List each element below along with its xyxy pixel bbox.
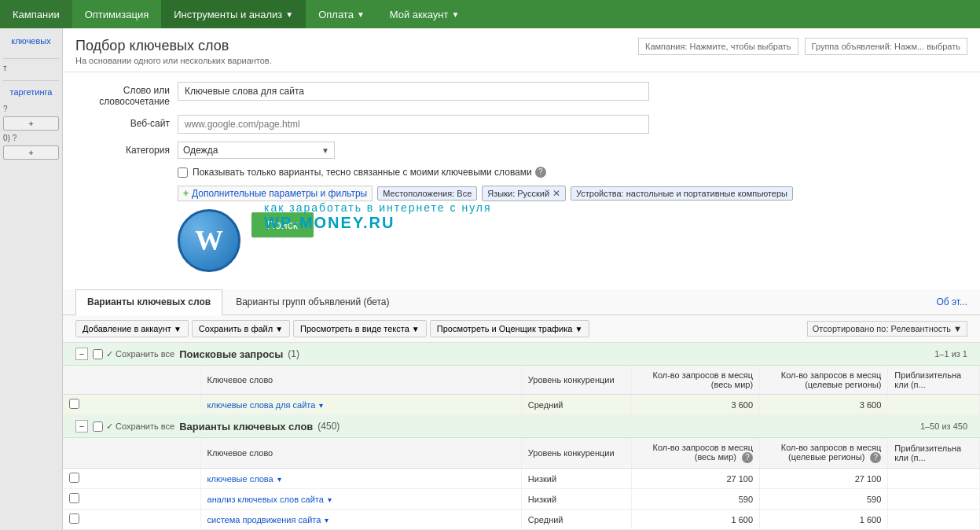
- view-as-text-btn[interactable]: Просмотреть в виде текста ▼: [293, 320, 427, 337]
- header-right: Кампания: Нажмите, чтобы выбрать Группа …: [638, 38, 967, 55]
- competition-cell: Низкий: [521, 489, 631, 510]
- chevron-down-icon[interactable]: ▾: [328, 495, 332, 504]
- header-title-block: Подбор ключевых слов На основании одного…: [75, 38, 272, 65]
- tabs-left: Варианты ключевых слов Варианты групп об…: [75, 289, 403, 315]
- table-header-row: Ключевое слово Уровень конкуренции Кол-в…: [63, 366, 980, 395]
- tab-keyword-variants[interactable]: Варианты ключевых слов: [75, 289, 222, 315]
- th-checkbox-2: [63, 438, 200, 469]
- view-traffic-btn[interactable]: Просмотреть и Оценщик трафика ▼: [430, 320, 590, 337]
- th-checkbox: [63, 366, 200, 395]
- nav-item-optimization[interactable]: Оптимизация: [72, 0, 162, 28]
- about-link[interactable]: Об эт...: [936, 296, 967, 307]
- filter-bar: + Дополнительные параметры и фильтры Мес…: [178, 186, 967, 201]
- table-row: анализ ключевых слов сайта ▾ Низкий 590 …: [63, 489, 980, 510]
- chevron-down-icon: ▼: [275, 325, 283, 333]
- category-row: Категория Одежда ▼: [75, 142, 967, 159]
- word-row: Слово илисловосочетание: [75, 82, 967, 107]
- keyword-variants-section: − ✓ Сохранить все Варианты ключевых слов…: [63, 415, 980, 530]
- chevron-down-icon[interactable]: ▾: [319, 401, 323, 410]
- help-icon[interactable]: ?: [535, 167, 546, 178]
- price-cell: [888, 489, 980, 510]
- search-queries-header: − ✓ Сохранить все Поисковые запросы (1) …: [63, 343, 980, 366]
- chevron-down-icon: ▼: [357, 10, 365, 19]
- tight-match-checkbox[interactable]: [178, 167, 188, 178]
- collapse-btn[interactable]: −: [75, 348, 88, 360]
- content-area: Подбор ключевых слов На основании одного…: [63, 28, 980, 530]
- device-filter-tag: Устройства: настольные и портативные ком…: [571, 186, 793, 201]
- nav-item-payment[interactable]: Оплата ▼: [306, 0, 377, 28]
- add-to-account-btn[interactable]: Добавление в аккаунт ▼: [75, 320, 189, 337]
- requests-world-cell: 27 100: [631, 469, 759, 489]
- requests-region-cell: 3 600: [760, 395, 888, 415]
- row-checkbox[interactable]: [69, 513, 79, 524]
- row-checkbox[interactable]: [69, 493, 79, 503]
- search-queries-section: − ✓ Сохранить все Поисковые запросы (1) …: [63, 343, 980, 415]
- sidebar-small-text: т: [3, 64, 59, 72]
- nav-item-tools[interactable]: Инструменты и анализ ▼: [161, 0, 306, 28]
- category-select[interactable]: Одежда ▼: [178, 142, 335, 159]
- keyword-cell: ключевые слова ▾: [200, 469, 521, 489]
- keyword-link[interactable]: система продвижения сайта: [207, 515, 321, 524]
- collapse-btn-2[interactable]: −: [75, 420, 88, 432]
- campaign-selector[interactable]: Кампания: Нажмите, чтобы выбрать: [638, 38, 798, 55]
- page-subtitle: На основании одного или нескольких вариа…: [75, 56, 272, 65]
- search-queries-table: Ключевое слово Уровень конкуренции Кол-в…: [63, 366, 980, 415]
- category-label: Категория: [75, 142, 178, 156]
- chevron-down-icon: ▼: [574, 325, 582, 333]
- chevron-down-icon: ▼: [412, 325, 420, 333]
- nav-item-campaigns[interactable]: Кампании: [0, 0, 72, 28]
- sort-selector[interactable]: Отсортировано по: Релевантность ▼: [807, 321, 967, 337]
- close-icon[interactable]: ✕: [552, 188, 560, 199]
- tab-adgroup-variants[interactable]: Варианты групп объявлений (бета): [224, 289, 401, 315]
- keyword-cell: анализ ключевых слов сайта ▾: [200, 489, 521, 510]
- chevron-down-icon[interactable]: ▾: [277, 475, 281, 484]
- sidebar-separator: [3, 58, 59, 59]
- save-to-file-btn[interactable]: Сохранить в файл ▼: [192, 320, 290, 337]
- th-requests-world-2: Кол-во запросов в месяц(весь мир) ?: [631, 438, 759, 469]
- competition-cell: Средний: [521, 510, 631, 530]
- price-cell: [888, 395, 980, 415]
- competition-cell: Низкий: [521, 469, 631, 489]
- search-button[interactable]: Поиск: [251, 212, 314, 237]
- row-checkbox-cell: [63, 489, 200, 510]
- keyword-link[interactable]: ключевые слова: [207, 474, 273, 484]
- chevron-down-icon: ▼: [174, 325, 182, 333]
- price-cell: [888, 510, 980, 530]
- row-checkbox-cell: [63, 510, 200, 530]
- save-all-input-2[interactable]: [93, 421, 103, 432]
- requests-region-cell: 1 600: [760, 510, 888, 530]
- keyword-link[interactable]: ключевые слова для сайта: [207, 400, 316, 410]
- sidebar-item-keywords[interactable]: ключевых: [3, 35, 59, 47]
- row-checkbox-cell: [63, 469, 200, 489]
- requests-world-cell: 1 600: [631, 510, 759, 530]
- website-input[interactable]: [178, 115, 649, 134]
- th-competition: Уровень конкуренции: [521, 366, 631, 395]
- th-price-2: Приблизительнакли (п...: [888, 438, 980, 469]
- watermark-search-area: W Поиск как заработать в интернете с нул…: [178, 209, 967, 272]
- row-checkbox[interactable]: [69, 473, 79, 483]
- chevron-down-icon[interactable]: ▾: [325, 516, 329, 524]
- row-checkbox[interactable]: [69, 399, 79, 409]
- sidebar-add-btn-2[interactable]: +: [3, 145, 59, 160]
- th-requests-region-2: Кол-во запросов в месяц(целевые регионы)…: [760, 438, 888, 469]
- nav-item-account[interactable]: Мой аккаунт ▼: [377, 0, 472, 28]
- save-all-input[interactable]: [93, 349, 103, 359]
- adgroup-selector[interactable]: Группа объявлений: Нажм... выбрать: [805, 38, 967, 55]
- sidebar-item-targeting[interactable]: таргетинга: [3, 86, 59, 98]
- chevron-down-icon: ▼: [321, 146, 329, 155]
- top-navigation: Кампании Оптимизация Инструменты и анали…: [0, 0, 980, 28]
- help-icon-3[interactable]: ?: [870, 452, 881, 463]
- page-title: Подбор ключевых слов: [75, 38, 272, 54]
- additional-filters-btn[interactable]: + Дополнительные параметры и фильтры: [178, 186, 373, 201]
- chevron-down-icon: ▼: [285, 10, 293, 19]
- keyword-link[interactable]: анализ ключевых слов сайта: [207, 495, 324, 504]
- tabs-bar: Варианты ключевых слов Варианты групп об…: [63, 289, 980, 315]
- search-queries-count: (1): [288, 348, 299, 359]
- sidebar-add-btn[interactable]: +: [3, 116, 59, 131]
- help-icon-2[interactable]: ?: [742, 452, 753, 463]
- toolbar: Добавление в аккаунт ▼ Сохранить в файл …: [63, 315, 980, 343]
- chevron-down-icon: ▼: [953, 324, 962, 333]
- location-filter-tag: Местоположения: Все: [377, 186, 477, 201]
- main-layout: ключевых т таргетинга ? + 0) ? + Подбор …: [0, 28, 980, 530]
- word-input[interactable]: [178, 82, 649, 101]
